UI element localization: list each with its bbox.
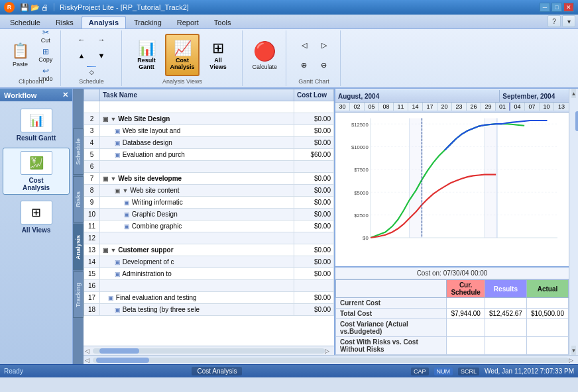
- print-icon[interactable]: 🖨: [41, 3, 48, 12]
- nav-right-button[interactable]: →: [92, 32, 111, 47]
- cost-analysis-button[interactable]: 📈 CostAnalysis: [165, 34, 200, 76]
- info-row: Cost With Risks vs. Cost Without Risks: [336, 337, 569, 355]
- h-scroll-thumb[interactable]: [96, 358, 149, 363]
- status-center: Cost Analysis: [23, 368, 411, 375]
- quick-access-icons: 💾 📂 🖨: [20, 3, 48, 12]
- workflow-item-all-views[interactable]: ⊞ All Views: [3, 197, 70, 237]
- scroll-right-button[interactable]: ▷: [325, 348, 333, 354]
- cost-cell: $0.00: [294, 220, 334, 232]
- task-name-cell[interactable]: ▣ Administration to: [100, 268, 294, 280]
- task-name-cell[interactable]: ▣ ▼ Web Site Design: [100, 113, 294, 125]
- minimize-ribbon-icon[interactable]: ▾: [562, 15, 575, 27]
- task-icon: ▣: [124, 223, 130, 230]
- table-row: 10▣ Graphic Design$0.00: [84, 209, 334, 220]
- task-name-cell[interactable]: ▣ Web site layout and: [100, 125, 294, 137]
- schedule-bar-button[interactable]: ◇: [72, 64, 111, 77]
- tab-analysis[interactable]: Analysis: [82, 16, 126, 28]
- task-icon: ▣: [115, 259, 121, 266]
- col-bg: [410, 119, 422, 238]
- all-views-button[interactable]: ⊞ AllViews: [201, 34, 235, 76]
- task-icon: ▣: [115, 307, 121, 313]
- day-label: 26: [467, 103, 481, 111]
- tab-tools[interactable]: Tools: [207, 16, 239, 28]
- calculate-button[interactable]: 🔴 Calculate: [248, 34, 282, 76]
- maximize-button[interactable]: □: [551, 3, 562, 12]
- table-horizontal-scrollbar[interactable]: ◁ ▷: [84, 346, 334, 355]
- cost-cell: $0.00: [294, 173, 334, 185]
- scroll-down-button[interactable]: ▼: [571, 346, 577, 355]
- tab-report[interactable]: Report: [170, 16, 206, 28]
- table-row: 3▣ Web site layout and$0.00: [84, 125, 334, 137]
- task-name-cell[interactable]: ▣ Final evaluation and testing: [100, 292, 294, 304]
- h-scroll-right-btn[interactable]: ▷: [569, 357, 577, 364]
- table-row: 16: [84, 280, 334, 292]
- gantt-prev-button[interactable]: ◁: [295, 36, 314, 54]
- scrollbar-thumb[interactable]: [575, 111, 579, 131]
- day-row: 30 02 05 08 11 14 17 20 23 26 29 01: [335, 103, 569, 111]
- left-tab-tracking[interactable]: Tracking: [73, 271, 84, 318]
- close-button[interactable]: ✕: [563, 3, 574, 12]
- tab-tracking[interactable]: Tracking: [127, 16, 169, 28]
- task-table-scroll[interactable]: Task Name Cost Low 2▣ ▼ Web Site Design$…: [84, 89, 334, 346]
- gantt-nav-row2: ⊕ ⊖: [295, 56, 333, 74]
- save-icon[interactable]: 💾: [20, 3, 29, 12]
- zoom-in-button[interactable]: ⊕: [295, 56, 314, 74]
- open-icon[interactable]: 📂: [30, 3, 40, 12]
- col-num-header: [84, 89, 100, 101]
- row-num: 11: [84, 220, 100, 232]
- h-scroll-left-btn[interactable]: ◁: [85, 357, 93, 364]
- scrollbar-thumb[interactable]: [99, 348, 139, 354]
- cost-cell: $0.00: [294, 113, 334, 125]
- info-row: Total Cost $7,944.00 $12,452.67 $10,500.…: [336, 309, 569, 319]
- task-name-cell[interactable]: ▣ Writing informatic: [100, 197, 294, 209]
- workflow-item-cost-analysis[interactable]: 💹 CostAnalysis: [3, 148, 70, 195]
- gantt-next-button[interactable]: ▷: [315, 36, 333, 54]
- cur-schedule-current-cost: [447, 298, 485, 309]
- cut-button[interactable]: ✂ Cut: [35, 26, 56, 45]
- y-label: $2500: [354, 213, 368, 219]
- nav-left-button[interactable]: ←: [72, 32, 91, 47]
- all-views-workflow-icon: ⊞: [21, 201, 52, 224]
- table-row: 14▣ Development of c$0.00: [84, 256, 334, 268]
- cur-schedule-risks: [447, 337, 485, 355]
- paste-button[interactable]: 📋 Paste: [7, 34, 34, 76]
- task-name-cell[interactable]: ▣ Beta testing (by three sele: [100, 304, 294, 316]
- left-tab-risks[interactable]: Risks: [73, 176, 84, 222]
- scroll-left-button[interactable]: ◁: [85, 348, 93, 354]
- schedule-label: Schedule: [62, 78, 121, 85]
- result-gantt-button[interactable]: 📊 ResultGantt: [129, 34, 164, 76]
- task-name-cell[interactable]: ▣ ▼ Web site developme: [100, 173, 294, 185]
- cur-schedule-total-cost: $7,944.00: [447, 309, 485, 319]
- workflow-items: 📊 Result Gantt 💹 CostAnalysis ⊞ All View…: [0, 101, 72, 241]
- task-name-cell[interactable]: ▣ Development of c: [100, 256, 294, 268]
- copy-button[interactable]: ⊞ Copy: [35, 46, 56, 64]
- bottom-scrollbar[interactable]: ◁ ▷: [84, 355, 578, 364]
- schedule-group: ← → ▲ ▼ ◇ Schedule: [62, 30, 122, 86]
- vertical-scrollbar[interactable]: ▲ ▼: [569, 89, 578, 355]
- task-name-cell[interactable]: ▣ ▼ Web site content: [100, 185, 294, 197]
- scroll-up-button[interactable]: ▲: [571, 89, 577, 98]
- status-datetime: Wed, Jan 11,2012 7:07:33 PM: [485, 368, 574, 375]
- task-name-cell[interactable]: ▣ Graphic Design: [100, 209, 294, 220]
- table-row: 4▣ Database design$0.00: [84, 137, 334, 149]
- left-tab-schedule[interactable]: Schedule: [73, 128, 84, 175]
- left-tab-analysis[interactable]: Analysis: [73, 224, 84, 270]
- help-icon[interactable]: ?: [548, 15, 561, 27]
- gantt-chart-label: Gantt Chart: [288, 78, 340, 85]
- task-name-cell[interactable]: ▣ Database design: [100, 137, 294, 149]
- info-table: Cur. Schedule Results Actual Current Cos…: [335, 279, 569, 355]
- workflow-item-result-gantt[interactable]: 📊 Result Gantt: [3, 105, 70, 145]
- task-name-cell[interactable]: ▣ ▼ Customer suppor: [100, 244, 294, 256]
- workflow-close-button[interactable]: ✕: [62, 91, 68, 99]
- task-name-cell[interactable]: ▣ Evaluation and purch: [100, 149, 294, 161]
- cost-cell: $0.00: [294, 137, 334, 149]
- nav-up-button[interactable]: ▲: [72, 48, 91, 63]
- nav-down-button[interactable]: ▼: [92, 48, 111, 63]
- minimize-button[interactable]: ─: [540, 3, 550, 12]
- info-title: Cost on: 07/30/04 00:00: [335, 268, 569, 279]
- table-row: 12: [84, 232, 334, 244]
- task-name-cell[interactable]: ▣ Combine graphic: [100, 220, 294, 232]
- cost-cell: $0.00: [294, 292, 334, 304]
- cost-cell: [294, 101, 334, 113]
- zoom-out-button[interactable]: ⊖: [315, 56, 333, 74]
